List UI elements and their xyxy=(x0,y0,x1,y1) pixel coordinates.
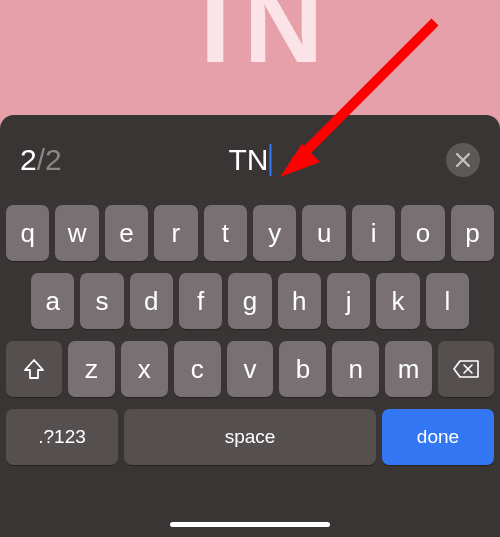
shift-icon xyxy=(22,357,46,381)
key-g[interactable]: g xyxy=(228,273,271,329)
input-value: TN xyxy=(229,143,269,177)
key-row-2: a s d f g h j k l xyxy=(6,273,494,329)
keyboard-keys: q w e r t y u i o p a s d f g h j k l z xyxy=(0,205,500,485)
key-z[interactable]: z xyxy=(68,341,115,397)
key-o[interactable]: o xyxy=(401,205,444,261)
key-r[interactable]: r xyxy=(154,205,197,261)
character-counter: 2/2 xyxy=(20,143,62,177)
backspace-key[interactable] xyxy=(438,341,494,397)
monogram-preview-text: TN xyxy=(182,0,319,87)
clear-button[interactable] xyxy=(446,143,480,177)
key-q[interactable]: q xyxy=(6,205,49,261)
key-d[interactable]: d xyxy=(130,273,173,329)
key-h[interactable]: h xyxy=(278,273,321,329)
close-icon xyxy=(456,153,470,167)
space-key[interactable]: space xyxy=(124,409,376,465)
counter-current: 2 xyxy=(20,143,37,176)
key-i[interactable]: i xyxy=(352,205,395,261)
key-row-bottom: .?123 space done xyxy=(6,409,494,465)
numbers-key[interactable]: .?123 xyxy=(6,409,118,465)
backspace-icon xyxy=(452,359,480,379)
key-b[interactable]: b xyxy=(279,341,326,397)
shift-key[interactable] xyxy=(6,341,62,397)
key-c[interactable]: c xyxy=(174,341,221,397)
key-y[interactable]: y xyxy=(253,205,296,261)
key-row-3: z x c v b n m xyxy=(6,341,494,397)
key-row-1: q w e r t y u i o p xyxy=(6,205,494,261)
home-indicator[interactable] xyxy=(170,522,330,527)
key-m[interactable]: m xyxy=(385,341,432,397)
keyboard-sheet: 2/2 TN q w e r t y u i o p a s d f g h xyxy=(0,115,500,537)
monogram-text-input[interactable]: TN xyxy=(229,143,272,177)
key-e[interactable]: e xyxy=(105,205,148,261)
key-j[interactable]: j xyxy=(327,273,370,329)
done-key[interactable]: done xyxy=(382,409,494,465)
key-x[interactable]: x xyxy=(121,341,168,397)
key-p[interactable]: p xyxy=(451,205,494,261)
key-l[interactable]: l xyxy=(426,273,469,329)
counter-limit: /2 xyxy=(37,143,62,176)
key-f[interactable]: f xyxy=(179,273,222,329)
key-k[interactable]: k xyxy=(376,273,419,329)
key-v[interactable]: v xyxy=(227,341,274,397)
input-row: 2/2 TN xyxy=(0,115,500,205)
key-t[interactable]: t xyxy=(204,205,247,261)
key-a[interactable]: a xyxy=(31,273,74,329)
text-cursor xyxy=(270,144,272,176)
key-w[interactable]: w xyxy=(55,205,98,261)
key-s[interactable]: s xyxy=(80,273,123,329)
key-u[interactable]: u xyxy=(302,205,345,261)
key-n[interactable]: n xyxy=(332,341,379,397)
